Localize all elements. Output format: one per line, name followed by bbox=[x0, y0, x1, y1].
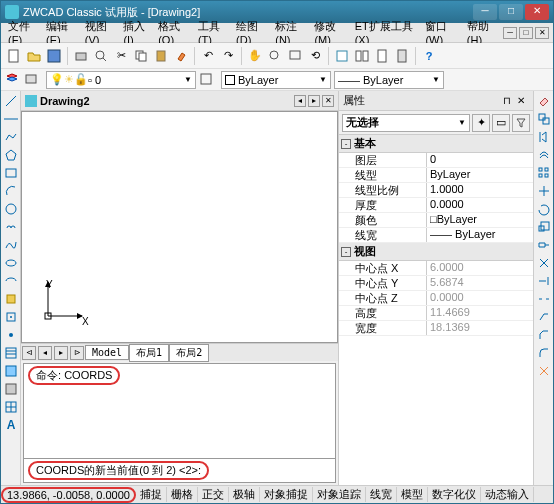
drawing-canvas[interactable]: Y X bbox=[21, 111, 338, 343]
erase-icon[interactable] bbox=[536, 93, 552, 109]
tab-layout2[interactable]: 布局2 bbox=[169, 344, 209, 362]
status-polar[interactable]: 极轴 bbox=[229, 487, 260, 502]
help-icon[interactable]: ? bbox=[420, 47, 438, 65]
doc-nav-close[interactable]: ✕ bbox=[322, 95, 334, 107]
paste-icon[interactable] bbox=[152, 47, 170, 65]
dc-icon[interactable] bbox=[353, 47, 371, 65]
break-icon[interactable] bbox=[536, 291, 552, 307]
zoom-rt-icon[interactable] bbox=[266, 47, 284, 65]
group-toggle[interactable]: - bbox=[341, 139, 351, 149]
doc-nav-right[interactable]: ▸ bbox=[308, 95, 320, 107]
table-icon[interactable] bbox=[3, 399, 19, 415]
status-snap[interactable]: 捕捉 bbox=[136, 487, 167, 502]
mtext-icon[interactable]: A bbox=[3, 417, 19, 433]
hatch-icon[interactable] bbox=[3, 345, 19, 361]
region-icon[interactable] bbox=[3, 381, 19, 397]
tool-pal-icon[interactable] bbox=[373, 47, 391, 65]
doc-name[interactable]: Drawing2 bbox=[40, 95, 90, 107]
rotate-icon[interactable] bbox=[536, 201, 552, 217]
trim-icon[interactable] bbox=[536, 255, 552, 271]
new-icon[interactable] bbox=[5, 47, 23, 65]
chamfer-icon[interactable] bbox=[536, 327, 552, 343]
close-button[interactable]: ✕ bbox=[525, 4, 549, 20]
revcloud-icon[interactable] bbox=[3, 219, 19, 235]
layer-match-icon[interactable] bbox=[199, 72, 215, 88]
status-osnap[interactable]: 对象捕捉 bbox=[260, 487, 313, 502]
point-icon[interactable] bbox=[3, 327, 19, 343]
extend-icon[interactable] bbox=[536, 273, 552, 289]
mirror-icon[interactable] bbox=[536, 129, 552, 145]
ellipse-icon[interactable] bbox=[3, 255, 19, 271]
match-icon[interactable] bbox=[172, 47, 190, 65]
props-pin-icon[interactable]: ⊓ bbox=[503, 95, 515, 107]
svg-point-26 bbox=[9, 333, 13, 337]
xline-icon[interactable] bbox=[3, 111, 19, 127]
array-icon[interactable] bbox=[536, 165, 552, 181]
ellipse-arc-icon[interactable] bbox=[3, 273, 19, 289]
linetype-combo[interactable]: —— ByLayer ▼ bbox=[334, 71, 444, 89]
gradient-icon[interactable] bbox=[3, 363, 19, 379]
zoom-prev-icon[interactable]: ⟲ bbox=[306, 47, 324, 65]
status-model[interactable]: 模型 bbox=[397, 487, 428, 502]
undo-icon[interactable]: ↶ bbox=[199, 47, 217, 65]
circle-icon[interactable] bbox=[3, 201, 19, 217]
props-select-icon[interactable]: ▭ bbox=[492, 114, 510, 132]
layer-prev-icon[interactable] bbox=[24, 72, 40, 88]
offset-icon[interactable] bbox=[536, 147, 552, 163]
layer-mgr-icon[interactable] bbox=[5, 72, 21, 88]
status-coords[interactable]: 13.9866, -0.0058, 0.0000 bbox=[1, 487, 136, 503]
insert-icon[interactable] bbox=[3, 291, 19, 307]
preview-icon[interactable] bbox=[92, 47, 110, 65]
explode-icon[interactable] bbox=[536, 363, 552, 379]
tab-next[interactable]: ▸ bbox=[54, 346, 68, 360]
fillet-icon[interactable] bbox=[536, 345, 552, 361]
tab-first[interactable]: ⊲ bbox=[22, 346, 36, 360]
scale-icon[interactable] bbox=[536, 219, 552, 235]
pan-icon[interactable]: ✋ bbox=[246, 47, 264, 65]
command-line[interactable]: COORDS的新当前值(0 到 2) <2>: bbox=[24, 458, 335, 482]
open-icon[interactable] bbox=[25, 47, 43, 65]
join-icon[interactable] bbox=[536, 309, 552, 325]
copy-icon[interactable] bbox=[132, 47, 150, 65]
copy2-icon[interactable] bbox=[536, 111, 552, 127]
props-icon[interactable] bbox=[333, 47, 351, 65]
layer-combo[interactable]: 💡☀🔓▫ 0 ▼ bbox=[46, 71, 196, 89]
move-icon[interactable] bbox=[536, 183, 552, 199]
props-close-icon[interactable]: ✕ bbox=[517, 95, 529, 107]
block-icon[interactable] bbox=[3, 309, 19, 325]
spline-icon[interactable] bbox=[3, 237, 19, 253]
status-lwt[interactable]: 线宽 bbox=[366, 487, 397, 502]
props-quick-icon[interactable]: ✦ bbox=[472, 114, 490, 132]
tab-last[interactable]: ⊳ bbox=[70, 346, 84, 360]
status-otrack[interactable]: 对象追踪 bbox=[313, 487, 366, 502]
status-dyn[interactable]: 动态输入 bbox=[481, 487, 534, 502]
svg-rect-6 bbox=[139, 53, 146, 61]
calc-icon[interactable] bbox=[393, 47, 411, 65]
redo-icon[interactable]: ↷ bbox=[219, 47, 237, 65]
doc-nav-left[interactable]: ◂ bbox=[294, 95, 306, 107]
props-selector[interactable]: 无选择▼ bbox=[342, 114, 470, 132]
zoom-win-icon[interactable] bbox=[286, 47, 304, 65]
svg-rect-1 bbox=[48, 50, 60, 62]
rect-icon[interactable] bbox=[3, 165, 19, 181]
tab-layout1[interactable]: 布局1 bbox=[129, 344, 169, 362]
status-ortho[interactable]: 正交 bbox=[198, 487, 229, 502]
status-tablet[interactable]: 数字化仪 bbox=[428, 487, 481, 502]
group-toggle[interactable]: - bbox=[341, 247, 351, 257]
status-grid[interactable]: 栅格 bbox=[167, 487, 198, 502]
props-filter-icon[interactable] bbox=[512, 114, 530, 132]
print-icon[interactable] bbox=[72, 47, 90, 65]
mdi-min-button[interactable]: ─ bbox=[503, 27, 517, 39]
tab-model[interactable]: Model bbox=[85, 345, 129, 360]
stretch-icon[interactable] bbox=[536, 237, 552, 253]
line-icon[interactable] bbox=[3, 93, 19, 109]
save-icon[interactable] bbox=[45, 47, 63, 65]
cut-icon[interactable]: ✂ bbox=[112, 47, 130, 65]
mdi-restore-button[interactable]: □ bbox=[519, 27, 533, 39]
arc-icon[interactable] bbox=[3, 183, 19, 199]
polygon-icon[interactable] bbox=[3, 147, 19, 163]
color-combo[interactable]: ByLayer ▼ bbox=[221, 71, 331, 89]
pline-icon[interactable] bbox=[3, 129, 19, 145]
tab-prev[interactable]: ◂ bbox=[38, 346, 52, 360]
mdi-close-button[interactable]: ✕ bbox=[535, 27, 549, 39]
